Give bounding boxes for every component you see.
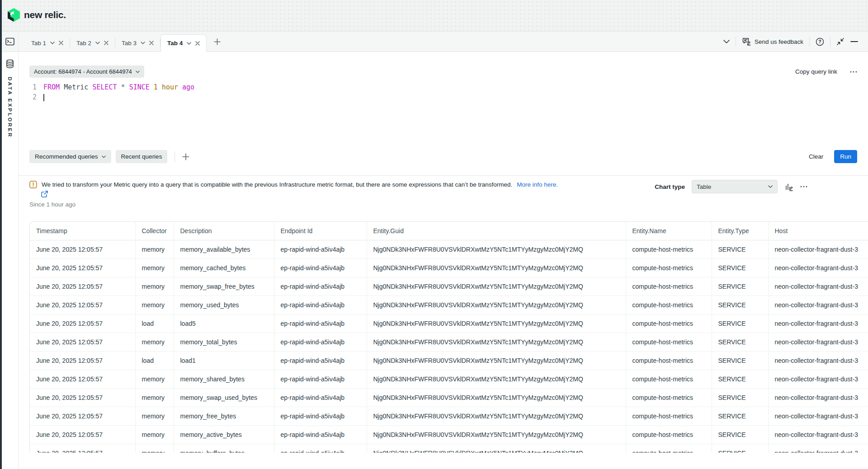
close-icon[interactable] [195,41,200,46]
chevron-down-icon [768,185,773,188]
column-header[interactable]: Entity.Guid [367,222,626,240]
customize-chart-button[interactable] [784,182,793,191]
send-feedback-label: Send us feedback [755,38,803,45]
code-line-1-content: FROM Metric SELECT * SINCE 1 hour ago [43,82,194,92]
column-header[interactable]: Entity.Name [626,222,712,240]
tab-3[interactable]: Tab 3 [115,34,160,52]
table-cell: memory_buffers_bytes [174,444,274,453]
table-cell: June 20, 2025 12:05:57 [30,258,135,277]
close-icon[interactable] [104,41,108,45]
recommended-queries-label: Recommended queries [35,153,98,160]
table-cell: June 20, 2025 12:05:57 [30,425,135,444]
table-cell: ep-rapid-wind-a5iv4ajb [274,351,367,370]
table-cell: ep-rapid-wind-a5iv4ajb [274,407,367,425]
chevron-down-icon[interactable] [50,42,55,44]
table-cell: neon-collector-fragrant-dust-3 [768,407,868,425]
table-row: June 20, 2025 12:05:57memorymemory_used_… [30,295,868,314]
table-cell: load5 [174,314,274,333]
table-header-row: TimestampCollectorDescriptionEndpoint Id… [30,222,868,240]
column-header[interactable]: Endpoint Id [274,222,367,240]
more-options-icon [850,71,857,73]
add-query-button[interactable] [182,153,189,160]
table-cell: Njg0NDk3NHxFWFR8U0VSVklDRXwtMzY5NTc1MTYy… [367,388,626,407]
recent-queries-label: Recent queries [121,153,162,160]
chevron-down-icon[interactable] [141,42,145,44]
table-cell: Njg0NDk3NHxFWFR8U0VSVklDRXwtMzY5NTc1MTYy… [367,333,626,351]
send-feedback-button[interactable]: Send us feedback [742,38,803,46]
tab-1[interactable]: Tab 1 [25,34,70,52]
column-header[interactable]: Entity.Type [712,222,768,240]
account-selector[interactable]: Account: 6844974 - Account 6844974 [29,66,144,78]
table-row: June 20, 2025 12:05:57memorymemory_buffe… [30,444,868,453]
table-cell: June 20, 2025 12:05:57 [30,388,135,407]
new-relic-app: new relic. Tab 1 Tab 2 [2,0,868,469]
column-header[interactable]: Description [174,222,274,240]
query-more-options-button[interactable] [850,71,857,73]
copy-query-link-button[interactable]: Copy query link [795,68,837,75]
collapse-panel-button[interactable] [836,38,844,46]
chevron-down-icon[interactable] [187,42,191,45]
query-panel: Account: 6844974 - Account 6844974 Copy … [19,52,868,469]
collapse-icon [836,38,844,46]
table-cell: load [135,314,174,333]
close-icon[interactable] [149,41,154,45]
column-header[interactable]: Host [768,222,868,240]
table-cell: SERVICE [712,425,768,444]
app-header: new relic. [2,0,868,32]
table-cell: June 20, 2025 12:05:57 [30,351,135,370]
add-tab-button[interactable] [214,38,221,45]
tab-4-active[interactable]: Tab 4 [160,34,207,52]
table-cell: memory [135,425,174,444]
query-editor[interactable]: 1 FROM Metric SELECT * SINCE 1 hour ago … [19,78,868,150]
tab-list: Tab 1 Tab 2 Tab 3 Tab 4 [25,34,221,52]
tab-2[interactable]: Tab 2 [70,34,115,52]
run-button[interactable]: Run [834,150,857,163]
close-icon[interactable] [59,41,63,45]
clear-button[interactable]: Clear [809,153,823,160]
tab-overflow-button[interactable] [723,40,730,43]
query-console-button[interactable] [2,32,19,52]
table-cell: Njg0NDk3NHxFWFR8U0VSVklDRXwtMzY5NTc1MTYy… [367,277,626,295]
table-cell: compute-host-metrics [626,351,712,370]
table-cell: neon-collector-fragrant-dust-3 [768,240,868,258]
table-cell: compute-host-metrics [626,240,712,258]
help-icon: ? [816,38,824,46]
new-relic-logo[interactable]: new relic. [8,8,66,22]
table-cell: ep-rapid-wind-a5iv4ajb [274,295,367,314]
table-cell: SERVICE [712,370,768,388]
plus-icon [182,153,189,160]
column-header[interactable]: Timestamp [30,222,135,240]
recommended-queries-button[interactable]: Recommended queries [29,150,111,163]
table-row: June 20, 2025 12:05:57memorymemory_avail… [30,240,868,258]
table-cell: Njg0NDk3NHxFWFR8U0VSVklDRXwtMzY5NTc1MTYy… [367,295,626,314]
data-explorer-nav-button[interactable] [5,59,14,69]
chart-type-select[interactable]: Table [692,180,778,193]
table-cell: load1 [174,351,274,370]
help-button[interactable]: ? [816,38,824,46]
results-more-options-button[interactable] [800,186,807,188]
table-cell: memory_active_bytes [174,425,274,444]
warning-icon [29,181,37,188]
tab-label: Tab 3 [122,40,137,47]
svg-text:?: ? [818,39,821,44]
query-toolbar: Recommended queries Recent queries Clear… [19,150,868,163]
table-cell: compute-host-metrics [626,444,712,453]
table-cell: memory_swap_used_bytes [174,388,274,407]
table-cell: memory [135,407,174,425]
line-number: 1 [29,82,37,92]
table-cell: neon-collector-fragrant-dust-3 [768,370,868,388]
table-body: June 20, 2025 12:05:57memorymemory_avail… [30,240,868,453]
tab-bar: Tab 1 Tab 2 Tab 3 Tab 4 [2,32,868,52]
chevron-down-icon[interactable] [95,42,100,44]
recent-queries-button[interactable]: Recent queries [116,150,168,163]
chevron-down-icon [723,40,730,43]
column-header[interactable]: Collector [135,222,174,240]
more-info-link[interactable]: More info here. [517,181,558,188]
feedback-icon [742,38,751,46]
minimize-button[interactable] [850,41,858,42]
table-cell: June 20, 2025 12:05:57 [30,277,135,295]
tab-label: Tab 4 [167,40,183,47]
table-cell: Njg0NDk3NHxFWFR8U0VSVklDRXwtMzY5NTc1MTYy… [367,240,626,258]
database-icon [5,59,14,69]
table-cell: SERVICE [712,333,768,351]
